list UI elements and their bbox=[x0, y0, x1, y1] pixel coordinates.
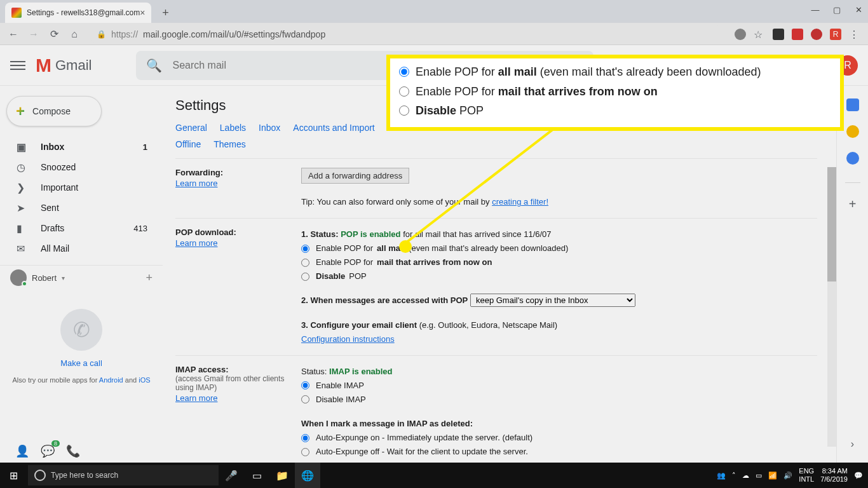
section-imap: IMAP access: (access Gmail from other cl… bbox=[175, 355, 817, 463]
mic-icon[interactable]: 🎤 bbox=[219, 463, 244, 488]
drafts-icon: ▮ bbox=[17, 222, 29, 234]
compose-button[interactable]: + Compose bbox=[6, 96, 102, 126]
pop-allmail-radio[interactable] bbox=[301, 245, 309, 253]
sidebar-item-sent[interactable]: ➤ Sent bbox=[0, 198, 163, 218]
tab-general[interactable]: General bbox=[175, 123, 207, 133]
imap-enable-radio[interactable] bbox=[301, 381, 309, 390]
learn-more-link[interactable]: Learn more bbox=[175, 393, 301, 403]
keep-icon[interactable] bbox=[846, 125, 859, 138]
battery-icon[interactable]: ▭ bbox=[756, 471, 762, 480]
config-instructions-link[interactable]: Configuration instructions bbox=[301, 334, 395, 344]
imap-label: IMAP access: bbox=[175, 365, 229, 374]
pop-action-select[interactable]: keep Gmail's copy in the Inbox bbox=[470, 294, 635, 307]
home-button[interactable]: ⌂ bbox=[69, 29, 80, 40]
sidebar-item-allmail[interactable]: ✉ All Mail bbox=[0, 238, 163, 259]
menu-icon[interactable] bbox=[10, 58, 25, 73]
callout-radio bbox=[399, 67, 409, 77]
close-icon[interactable]: × bbox=[140, 8, 145, 18]
onedrive-icon[interactable]: ☁ bbox=[742, 471, 749, 480]
phone-icon[interactable]: 📞 bbox=[66, 444, 80, 458]
url-field[interactable]: 🔒 https:// mail.google.com/mail/u/0/#set… bbox=[89, 25, 726, 43]
explorer-icon[interactable]: 📁 bbox=[269, 463, 295, 488]
language-indicator[interactable]: ENG INTL bbox=[799, 467, 814, 484]
scroll-thumb[interactable] bbox=[827, 167, 836, 281]
create-filter-link[interactable]: creating a filter! bbox=[492, 197, 548, 207]
taskbar-search[interactable]: Type here to search bbox=[28, 465, 219, 485]
make-call-link[interactable]: Make a call bbox=[60, 358, 102, 368]
sidebar-item-drafts[interactable]: ▮ Drafts 413 bbox=[0, 218, 163, 238]
start-button[interactable]: ⊞ bbox=[0, 463, 27, 488]
pop-nowon-radio[interactable] bbox=[301, 259, 309, 267]
annotation-callout: Enable POP for all mail (even mail that'… bbox=[386, 55, 844, 131]
profile-avatar[interactable]: R bbox=[830, 29, 841, 40]
learn-more-link[interactable]: Learn more bbox=[175, 179, 301, 188]
ext-icon[interactable] bbox=[735, 29, 746, 40]
taskview-icon[interactable]: ▭ bbox=[244, 463, 269, 488]
sidebar-item-snoozed[interactable]: ◷ Snoozed bbox=[0, 157, 163, 177]
important-icon: ❯ bbox=[17, 182, 29, 194]
maximize-icon[interactable]: ▢ bbox=[832, 5, 841, 15]
gmail-logo[interactable]: M Gmail bbox=[36, 55, 92, 76]
reload-button[interactable]: ⟳ bbox=[48, 29, 60, 40]
hangouts-footer: 👤 💬8 📞 bbox=[0, 440, 80, 463]
clock-icon: ◷ bbox=[17, 161, 29, 173]
add-forwarding-button[interactable]: Add a forwarding address bbox=[301, 168, 409, 184]
new-tab-button[interactable]: + bbox=[156, 4, 174, 22]
volume-icon[interactable]: 🔊 bbox=[783, 471, 792, 480]
drafts-count: 413 bbox=[133, 224, 147, 233]
browser-chrome: Settings - rewells318@gmail.com × + — ▢ … bbox=[0, 0, 868, 45]
add-icon[interactable]: + bbox=[146, 271, 153, 285]
learn-more-link[interactable]: Learn more bbox=[175, 238, 301, 248]
taskbar-search-placeholder: Type here to search bbox=[51, 471, 118, 480]
person-icon[interactable]: 👤 bbox=[15, 444, 29, 458]
tab-themes[interactable]: Themes bbox=[214, 139, 246, 149]
sidebar-item-label: Sent bbox=[41, 203, 59, 213]
wifi-icon[interactable]: 📶 bbox=[768, 471, 777, 480]
chrome-icon[interactable]: 🌐 bbox=[295, 463, 320, 488]
pop-label: POP download: bbox=[175, 227, 236, 237]
back-button[interactable]: ← bbox=[8, 29, 19, 40]
pop-disable-radio[interactable] bbox=[301, 273, 309, 281]
calendar-icon[interactable] bbox=[846, 98, 859, 111]
tasks-icon[interactable] bbox=[846, 152, 859, 165]
sidebar-item-inbox[interactable]: ▣ Inbox 1 bbox=[0, 137, 163, 157]
ios-link[interactable]: iOS bbox=[139, 376, 150, 384]
extension-icons: ☆ R ⋮ bbox=[735, 29, 860, 40]
browser-tab[interactable]: Settings - rewells318@gmail.com × bbox=[5, 3, 151, 23]
notifications-icon[interactable]: 💬 bbox=[854, 471, 863, 480]
tab-labels[interactable]: Labels bbox=[220, 123, 246, 133]
close-window-icon[interactable]: ✕ bbox=[854, 5, 863, 15]
tab-accounts[interactable]: Accounts and Import bbox=[293, 123, 374, 133]
expunge-on-radio[interactable] bbox=[301, 434, 309, 442]
add-icon[interactable]: + bbox=[849, 197, 857, 212]
url-prefix: https:// bbox=[111, 29, 138, 39]
callout-radio bbox=[399, 86, 409, 97]
sidebar-item-label: Important bbox=[41, 182, 78, 193]
section-forwarding: Forwarding: Learn more Add a forwarding … bbox=[175, 158, 817, 218]
sidebar-item-important[interactable]: ❯ Important bbox=[0, 177, 163, 198]
minimize-icon[interactable]: — bbox=[811, 5, 820, 15]
ext-icon[interactable] bbox=[811, 29, 822, 40]
imap-disable-radio[interactable] bbox=[301, 395, 309, 403]
forward-button[interactable]: → bbox=[28, 29, 39, 40]
clock[interactable]: 8:34 AM 7/6/2019 bbox=[820, 467, 848, 484]
people-icon[interactable]: 👥 bbox=[717, 471, 726, 480]
hangouts-icon[interactable]: 💬8 bbox=[41, 444, 55, 458]
ext-icon[interactable] bbox=[792, 29, 803, 40]
side-panel: + › bbox=[836, 86, 868, 463]
bookmark-icon[interactable]: ☆ bbox=[754, 29, 765, 40]
lock-icon: 🔒 bbox=[97, 30, 106, 39]
hangouts-user[interactable]: Robert ▾ + bbox=[0, 265, 163, 290]
chevron-up-icon[interactable]: ˄ bbox=[732, 471, 736, 480]
tab-offline[interactable]: Offline bbox=[175, 139, 201, 149]
search-icon: 🔍 bbox=[146, 58, 162, 73]
expunge-off-radio[interactable] bbox=[301, 448, 309, 456]
tab-inbox[interactable]: Inbox bbox=[259, 123, 280, 133]
scrollbar[interactable] bbox=[827, 167, 836, 447]
menu-icon[interactable]: ⋮ bbox=[849, 29, 860, 40]
inbox-icon: ▣ bbox=[17, 141, 29, 153]
android-link[interactable]: Android bbox=[99, 376, 123, 384]
mobile-apps-text: Also try our mobile apps for Android and… bbox=[9, 375, 154, 386]
chevron-right-icon[interactable]: › bbox=[851, 438, 854, 450]
ext-icon[interactable] bbox=[773, 29, 784, 40]
